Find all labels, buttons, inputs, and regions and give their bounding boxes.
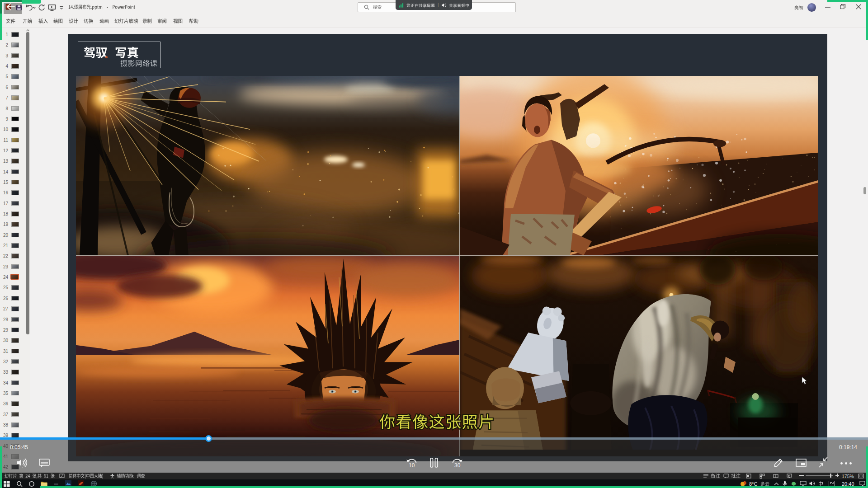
- svg-text:30: 30: [454, 462, 461, 469]
- svg-text:10: 10: [409, 462, 415, 469]
